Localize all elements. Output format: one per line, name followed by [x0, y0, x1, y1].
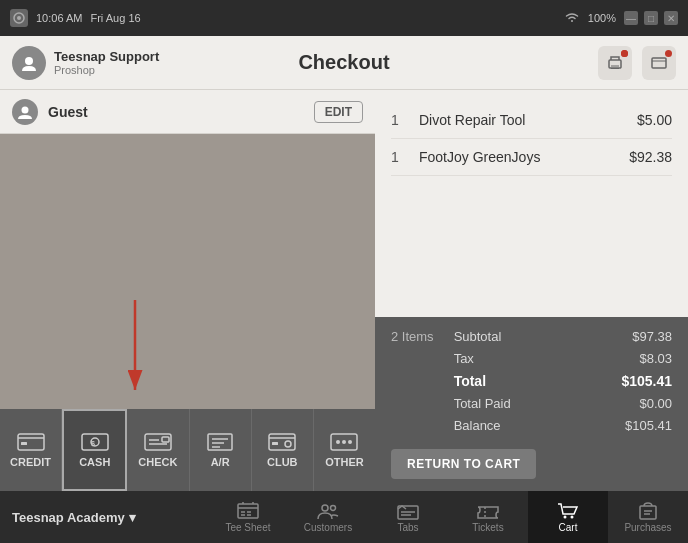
- cart-summary: 2 Items Subtotal $97.38 Tax $8.03 Total …: [375, 317, 688, 491]
- svg-rect-12: [82, 434, 108, 450]
- ar-payment-button[interactable]: A/R: [190, 409, 252, 491]
- cart-item: 1 Divot Repair Tool $5.00: [391, 102, 672, 139]
- club-payment-button[interactable]: CLUB: [252, 409, 314, 491]
- minimize-button[interactable]: —: [624, 11, 638, 25]
- left-panel: Guest EDIT: [0, 90, 375, 491]
- subtotal-row: Subtotal $97.38: [454, 329, 672, 344]
- edit-button[interactable]: EDIT: [314, 101, 363, 123]
- svg-point-46: [571, 515, 574, 518]
- svg-point-26: [285, 441, 291, 447]
- balance-row: Balance $105.41: [454, 418, 672, 433]
- return-to-cart-button[interactable]: RETURN TO CART: [391, 449, 536, 479]
- close-button[interactable]: ✕: [664, 11, 678, 25]
- svg-point-40: [331, 505, 336, 510]
- time-display: 10:06 AM: [36, 12, 82, 24]
- total-value: $105.41: [621, 373, 672, 389]
- settings-button[interactable]: [642, 46, 676, 80]
- bottom-nav: Teesnap Academy ▾ Tee Sheet: [0, 491, 688, 543]
- cart-item: 1 FootJoy GreenJoys $92.38: [391, 139, 672, 176]
- svg-point-39: [322, 505, 328, 511]
- credit-payment-button[interactable]: CREDIT: [0, 409, 62, 491]
- item-qty: 1: [391, 112, 411, 128]
- profile-area: Teesnap Support Proshop: [12, 46, 233, 80]
- subtotal-label: Subtotal: [454, 329, 502, 344]
- item-price: $5.00: [637, 112, 672, 128]
- svg-rect-11: [21, 442, 27, 445]
- item-name: Divot Repair Tool: [419, 112, 637, 128]
- svg-rect-31: [238, 504, 258, 518]
- nav-tickets[interactable]: Tickets: [448, 491, 528, 543]
- brand-label: Teesnap Academy ▾: [0, 510, 150, 525]
- arrow-annotation: [85, 295, 185, 405]
- svg-text:$: $: [91, 440, 95, 448]
- nav-purchases[interactable]: Purchases: [608, 491, 688, 543]
- app-icon: [10, 9, 28, 27]
- total-row: Total $105.41: [454, 373, 672, 389]
- svg-rect-18: [162, 437, 169, 442]
- print-button[interactable]: [598, 46, 632, 80]
- guest-bar: Guest EDIT: [0, 90, 375, 134]
- total-label: Total: [454, 373, 486, 389]
- guest-icon: [12, 99, 38, 125]
- svg-rect-4: [652, 58, 666, 68]
- item-qty: 1: [391, 149, 411, 165]
- svg-rect-3: [609, 60, 621, 68]
- svg-point-29: [342, 440, 346, 444]
- svg-rect-47: [640, 506, 656, 519]
- main-content: Guest EDIT: [0, 90, 688, 491]
- tax-value: $8.03: [639, 351, 672, 366]
- balance-value: $105.41: [625, 418, 672, 433]
- payment-methods: CREDIT $ CASH CHECK: [0, 409, 375, 491]
- cart-items: 1 Divot Repair Tool $5.00 1 FootJoy Gree…: [375, 90, 688, 317]
- window-controls: — □ ✕: [624, 11, 678, 25]
- cash-payment-button[interactable]: $ CASH: [62, 409, 127, 491]
- avatar: [12, 46, 46, 80]
- item-count: 2 Items: [391, 329, 434, 437]
- profile-name: Teesnap Support: [54, 49, 159, 64]
- tax-label: Tax: [454, 351, 474, 366]
- title-bar-left: 10:06 AM Fri Aug 16: [10, 9, 141, 27]
- svg-point-6: [22, 106, 29, 113]
- tax-row: Tax $8.03: [454, 351, 672, 366]
- date-display: Fri Aug 16: [90, 12, 140, 24]
- topbar-actions: [455, 46, 676, 80]
- profile-sub: Proshop: [54, 64, 159, 76]
- title-bar: 10:06 AM Fri Aug 16 100% — □ ✕: [0, 0, 688, 36]
- right-panel: 1 Divot Repair Tool $5.00 1 FootJoy Gree…: [375, 90, 688, 491]
- total-paid-label: Total Paid: [454, 396, 511, 411]
- total-paid-row: Total Paid $0.00: [454, 396, 672, 411]
- item-name: FootJoy GreenJoys: [419, 149, 629, 165]
- svg-rect-25: [272, 442, 278, 445]
- guest-name: Guest: [48, 104, 304, 120]
- svg-point-1: [17, 16, 21, 20]
- nav-tee-sheet[interactable]: Tee Sheet: [208, 491, 288, 543]
- svg-point-45: [564, 515, 567, 518]
- svg-point-28: [336, 440, 340, 444]
- balance-label: Balance: [454, 418, 501, 433]
- check-payment-button[interactable]: CHECK: [127, 409, 189, 491]
- nav-tabs[interactable]: Tabs: [368, 491, 448, 543]
- svg-point-30: [348, 440, 352, 444]
- page-title: Checkout: [233, 51, 454, 74]
- other-payment-button[interactable]: OTHER: [314, 409, 375, 491]
- total-paid-value: $0.00: [639, 396, 672, 411]
- item-price: $92.38: [629, 149, 672, 165]
- left-content-area: [0, 134, 375, 409]
- subtotal-value: $97.38: [632, 329, 672, 344]
- battery-display: 100%: [588, 12, 616, 24]
- nav-cart[interactable]: Cart: [528, 491, 608, 543]
- topbar: Teesnap Support Proshop Checkout: [0, 36, 688, 90]
- title-bar-right: 100% — □ ✕: [564, 11, 678, 25]
- wifi-icon: [564, 11, 580, 25]
- maximize-button[interactable]: □: [644, 11, 658, 25]
- nav-items: Tee Sheet Customers Tabs: [150, 491, 688, 543]
- svg-point-2: [25, 57, 33, 65]
- nav-customers[interactable]: Customers: [288, 491, 368, 543]
